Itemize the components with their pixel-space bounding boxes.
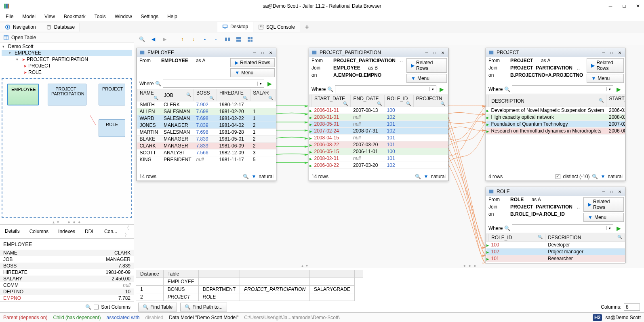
maximize-icon[interactable]: □ — [609, 50, 615, 55]
table-row[interactable]: MARTINSALESMAN7.6981981-09-281 — [137, 129, 276, 136]
search-icon[interactable]: 🔍 — [85, 304, 91, 310]
table-row[interactable]: ALLENSALESMAN7.6981981-02-201 — [137, 108, 276, 115]
menu-button[interactable]: ▼Menu — [406, 74, 447, 83]
search-icon[interactable]: 🔍 — [327, 86, 333, 92]
table-row[interactable]: ▶100Developer — [486, 242, 625, 248]
menu-button[interactable]: ▼Menu — [587, 74, 624, 83]
nav-back-icon[interactable]: ◀ — [149, 35, 158, 44]
menu-button[interactable]: ▼Menu — [230, 68, 275, 77]
tab-desktop[interactable]: Desktop — [217, 22, 253, 32]
menu-help[interactable]: Help — [163, 13, 181, 20]
search-icon[interactable]: 🔍 — [504, 225, 510, 231]
new-tab-button[interactable]: + — [300, 22, 314, 32]
table-row[interactable]: ▶102Project manager — [486, 248, 625, 255]
search-icon[interactable]: 🔍 — [592, 174, 598, 179]
tree-node[interactable]: ➤ PROJECT — [2, 63, 132, 69]
column-header[interactable] — [354, 270, 363, 278]
related-rows-button[interactable]: ▶Related Rows — [406, 58, 447, 73]
column-header[interactable]: BOSS🔍 — [194, 89, 217, 101]
column-header[interactable]: Table — [163, 270, 198, 278]
win-project-participation[interactable]: PROJECT_PARTICIPATION ─ □ ✕ FromPROJECT_… — [309, 48, 448, 181]
run-icon[interactable]: ▶ — [266, 80, 274, 87]
close-icon[interactable]: ✕ — [617, 50, 623, 55]
schema-node[interactable]: EMPLOYEE — [7, 84, 39, 105]
tab-navigation[interactable]: Navigation — [0, 23, 41, 32]
where-input[interactable]: ▾ — [512, 85, 613, 93]
table-row[interactable]: ▶101Researcher — [486, 255, 625, 262]
minimize-icon[interactable]: ─ — [601, 189, 606, 194]
menu-button[interactable]: ▼Menu — [583, 213, 624, 222]
win-role[interactable]: ROLE ─ □ ✕ FromROLE as A JoinPROJECT_PAR… — [486, 187, 625, 263]
column-header[interactable] — [198, 270, 240, 278]
close-icon[interactable]: ✕ — [617, 189, 623, 194]
schema-node[interactable]: ROLE — [99, 119, 125, 137]
distinct-checkbox[interactable] — [556, 174, 560, 179]
column-header[interactable]: START_DATE🔍 — [312, 95, 351, 107]
zoom-icon[interactable]: 🔍 — [137, 35, 146, 44]
column-header[interactable]: PROJECTN🔍 — [413, 95, 448, 107]
expand-icon[interactable]: ▾ — [16, 57, 20, 61]
menu-view[interactable]: View — [40, 13, 59, 20]
menu-window[interactable]: Window — [111, 13, 136, 20]
tree-node[interactable]: ▾EMPLOYEE — [2, 50, 132, 56]
open-table-header[interactable]: Open Table — [0, 33, 134, 42]
find-table-button[interactable]: 🔍Find Table — [138, 303, 177, 311]
menu-model[interactable]: Model — [18, 13, 40, 20]
projpart-table[interactable]: START_DATE🔍END_DATE🔍ROLE_ID🔍PROJECTN🔍▶20… — [309, 95, 448, 172]
tab-sql-console[interactable]: SQL SQL Console — [253, 22, 300, 32]
schema-node[interactable]: PROJECT_​PARTICIPATION — [48, 84, 86, 105]
layout2-icon[interactable] — [234, 35, 243, 44]
table-row[interactable]: ▶2007-02-242008-07-31102 — [309, 128, 448, 135]
search-icon[interactable]: 🔍 — [415, 174, 421, 179]
table-row[interactable]: CLARKMANAGER7.8391981-06-092 — [137, 143, 276, 149]
schema-node[interactable]: PROJECT — [99, 84, 125, 105]
win-employee[interactable]: EMPLOYEE ─ □ ✕ FromEMPLOYEE as A ▶Relate… — [137, 48, 276, 181]
run-icon[interactable]: ▶ — [615, 86, 623, 93]
dtab-ddl[interactable]: DDL — [80, 226, 99, 237]
tree-root[interactable]: ▾ Demo Scott — [2, 43, 132, 50]
filter-icon[interactable]: ▼ — [423, 174, 428, 179]
arrow-down-icon[interactable]: ↓ — [189, 35, 198, 44]
filter-icon[interactable]: ▼ — [600, 174, 605, 179]
dtab-columns[interactable]: Columns — [25, 226, 53, 237]
tab-scroll[interactable]: 〈 〉 — [122, 225, 134, 238]
minimize-button[interactable]: ─ — [608, 3, 613, 9]
menu-settings[interactable]: Settings — [137, 13, 162, 20]
sort-checkbox[interactable] — [94, 305, 99, 309]
table-row[interactable]: KINGPRESIDENTnull1981-11-175 — [137, 156, 276, 163]
small-box-icon[interactable]: ▫ — [212, 35, 221, 44]
menu-file[interactable]: File — [2, 13, 17, 20]
column-header[interactable]: DESCRIPTION🔍 — [545, 234, 625, 242]
columns-input[interactable] — [624, 303, 640, 311]
search-icon[interactable]: 🔍 — [504, 86, 510, 92]
table-row[interactable]: EMPLOYEE — [136, 278, 363, 286]
expand-icon[interactable]: ▾ — [2, 44, 6, 48]
drag-handle[interactable]: ▴ ▾ ● ● ● — [134, 263, 644, 268]
layout1-icon[interactable] — [223, 35, 232, 44]
table-row[interactable]: ▶2008-05-01null101 — [309, 121, 448, 128]
table-row[interactable]: BLAKEMANAGER7.8391981-05-012 — [137, 136, 276, 143]
desktop-canvas[interactable]: EMPLOYEE ─ □ ✕ FromEMPLOYEE as A ▶Relate… — [134, 45, 644, 263]
table-row[interactable]: ▶Development of Novel Magnetic Suspensio… — [486, 107, 625, 114]
schema-diagram[interactable]: EMPLOYEEPROJECT_​PARTICIPATIONPROJECTROL… — [2, 78, 132, 218]
column-header[interactable] — [240, 270, 310, 278]
table-row[interactable]: WARDSALESMAN7.6981981-02-221 — [137, 115, 276, 122]
nav-fwd-icon[interactable]: ▶ — [160, 35, 169, 44]
search-icon[interactable]: 🔍 — [243, 174, 249, 179]
win-project[interactable]: PROJECT ─ □ ✕ FromPROJECT as A JoinPROJE… — [486, 48, 625, 181]
column-header[interactable]: END_DATE🔍 — [351, 95, 385, 107]
table-row[interactable]: ▶Research on thermofluid dynamics in Mic… — [486, 128, 625, 135]
column-header[interactable]: START_DAT🔍 — [606, 95, 625, 107]
filter-icon[interactable]: ▼ — [251, 174, 256, 179]
where-input[interactable]: ▾ — [163, 80, 264, 88]
table-row[interactable]: ▶2006-08-222007-03-20102 — [309, 162, 448, 169]
related-rows-button[interactable]: ▶Related Rows — [583, 197, 624, 212]
dtab-constraints[interactable]: Con... — [99, 226, 122, 237]
search-icon[interactable]: 🔍 — [155, 81, 161, 86]
maximize-icon[interactable]: □ — [609, 189, 615, 194]
table-row[interactable]: ▶2006-01-012007-08-13100 — [309, 107, 448, 114]
maximize-icon[interactable]: □ — [432, 50, 438, 55]
maximize-button[interactable]: □ — [621, 3, 627, 9]
where-input[interactable]: ▾ — [335, 85, 436, 93]
related-rows-button[interactable]: ▶Related Rows — [230, 58, 275, 67]
